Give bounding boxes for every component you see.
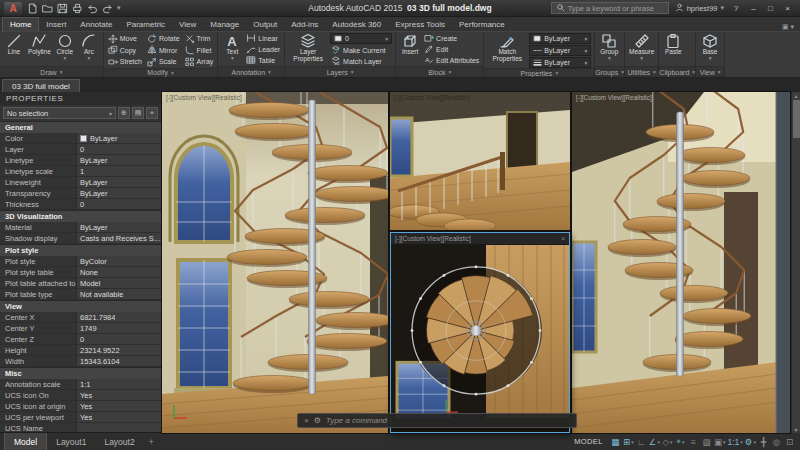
- property-value-lineweight[interactable]: ByLayer: [76, 177, 161, 187]
- ribbon-minimize-icon[interactable]: ▣ ▾: [782, 23, 798, 31]
- viewport-controls-label[interactable]: [-][Custom View][Realistic]: [576, 94, 652, 101]
- property-value-center-y[interactable]: 1749: [76, 323, 161, 333]
- button-leader[interactable]: Leader: [245, 44, 281, 54]
- tab-view[interactable]: View: [172, 17, 203, 31]
- panel-label-block[interactable]: Block▾: [396, 66, 483, 77]
- file-tab[interactable]: 03 3D full model: [2, 79, 80, 92]
- property-value-ucs-name[interactable]: [76, 423, 161, 432]
- button-rotate[interactable]: Rotate: [146, 33, 181, 45]
- button-circle[interactable]: Circle▾: [54, 33, 76, 62]
- property-value-material[interactable]: ByLayer: [76, 222, 161, 232]
- property-value-color[interactable]: ByLayer: [76, 133, 161, 143]
- redo-button[interactable]: [100, 2, 114, 15]
- close-button[interactable]: ×: [779, 2, 796, 15]
- tab-autodesk-360[interactable]: Autodesk 360: [325, 17, 388, 31]
- lineweight-display-icon[interactable]: ≡: [687, 435, 700, 449]
- viewport-middle[interactable]: [-][Custom View][Realistic]: [390, 92, 570, 230]
- tab-manage[interactable]: Manage: [203, 17, 246, 31]
- property-value-ucs-per-viewport[interactable]: Yes: [76, 412, 161, 422]
- button-move[interactable]: Move: [107, 33, 143, 45]
- selection-cycling-icon[interactable]: ▣▾: [713, 435, 727, 449]
- button-scale[interactable]: Scale: [146, 56, 181, 68]
- button-match-layer[interactable]: Match Layer: [330, 56, 392, 66]
- button-mirror[interactable]: Mirror: [146, 45, 181, 57]
- search-input[interactable]: Type a keyword or phrase: [551, 2, 669, 14]
- customize-command-line-icon[interactable]: ⚙: [314, 416, 321, 425]
- select-objects-icon[interactable]: ⌖: [146, 107, 158, 119]
- annotation-scale-button[interactable]: 1:1▾: [727, 435, 744, 449]
- new-file-button[interactable]: [25, 2, 39, 15]
- tab-output[interactable]: Output: [246, 17, 284, 31]
- quick-select-icon[interactable]: ▤: [132, 107, 144, 119]
- scroll-down-icon[interactable]: ▾: [794, 426, 797, 433]
- property-value-ucs-icon-at-origin[interactable]: Yes: [76, 401, 161, 411]
- panel-label-draw[interactable]: Draw▾: [0, 66, 103, 77]
- button-group[interactable]: Group▾: [598, 33, 620, 62]
- dropdown-linetype[interactable]: ByLayer▾: [529, 45, 591, 56]
- snap-mode-icon[interactable]: ⊞▾: [622, 435, 635, 449]
- section-general[interactable]: General: [0, 121, 161, 133]
- button-layer-properties[interactable]: Layer Properties: [288, 33, 328, 63]
- grid-icon[interactable]: ▦: [609, 435, 622, 449]
- polar-tracking-icon[interactable]: ∠▾: [648, 435, 661, 449]
- qat-dropdown-icon[interactable]: ▾: [117, 4, 121, 12]
- panel-label-properties[interactable]: Properties▾: [484, 68, 594, 77]
- viewport-controls-label[interactable]: [-][Custom View][Realistic]: [166, 94, 242, 101]
- property-value-layer[interactable]: 0: [76, 144, 161, 154]
- tab-parametric[interactable]: Parametric: [119, 17, 172, 31]
- viewport-right[interactable]: [-][Custom View][Realistic]: [572, 92, 790, 433]
- property-value-linetype[interactable]: ByLayer: [76, 155, 161, 165]
- isolate-objects-icon[interactable]: ◎: [770, 435, 783, 449]
- dropdown-lineweight[interactable]: ByLayer▾: [529, 57, 591, 68]
- property-value-plot-table-attached-to[interactable]: Model: [76, 278, 161, 288]
- save-file-button[interactable]: [55, 2, 69, 15]
- property-value-linetype-scale[interactable]: 1: [76, 166, 161, 176]
- toggle-value-icon[interactable]: ⊕: [118, 107, 130, 119]
- viewport-controls-label[interactable]: [-][Custom View][Realistic]: [395, 235, 471, 242]
- vertical-scrollbar[interactable]: ▴ ▾: [791, 92, 800, 433]
- button-text[interactable]: AText▾: [221, 33, 243, 62]
- property-value-plot-style[interactable]: ByColor: [76, 256, 161, 266]
- property-value-shadow-display[interactable]: Casts and Receives S...: [76, 233, 161, 243]
- open-file-button[interactable]: [40, 2, 54, 15]
- button-linear[interactable]: Linear: [245, 33, 281, 43]
- button-match-properties[interactable]: Match Properties: [487, 33, 527, 63]
- button-copy[interactable]: Copy: [107, 45, 143, 57]
- button-array[interactable]: Array: [184, 56, 215, 68]
- ortho-icon[interactable]: ∟: [635, 435, 648, 449]
- layout-tab-layout2[interactable]: Layout2: [95, 433, 143, 450]
- tab-express-tools[interactable]: Express Tools: [388, 17, 452, 31]
- panel-label-modify[interactable]: Modify▾: [104, 68, 218, 78]
- layout-tab-model[interactable]: Model: [4, 433, 47, 450]
- section-misc[interactable]: Misc: [0, 367, 161, 379]
- tab-annotate[interactable]: Annotate: [73, 17, 119, 31]
- button-edit[interactable]: Edit: [423, 44, 480, 54]
- isodraft-icon[interactable]: ◇▾: [661, 435, 674, 449]
- panel-label-view[interactable]: View▾: [696, 66, 724, 77]
- command-input[interactable]: Type a command: [326, 416, 570, 425]
- annotation-monitor-icon[interactable]: ╋: [757, 435, 770, 449]
- button-base[interactable]: Base▾: [699, 33, 721, 62]
- button-edit-attributes[interactable]: AEdit Attributes: [423, 55, 480, 65]
- section-view[interactable]: View: [0, 300, 161, 312]
- tab-performance[interactable]: Performance: [452, 17, 512, 31]
- section-plot-style[interactable]: Plot style: [0, 244, 161, 256]
- workspace-switching-icon[interactable]: ⚙▾: [744, 435, 757, 449]
- property-value-center-z[interactable]: 0: [76, 334, 161, 344]
- button-trim[interactable]: Trim: [184, 33, 215, 45]
- panel-label-clipboard[interactable]: Clipboard▾: [659, 66, 695, 77]
- scroll-up-icon[interactable]: ▴: [794, 92, 797, 99]
- panel-label-annotation[interactable]: Annotation▾: [218, 66, 284, 77]
- property-value-center-x[interactable]: 6821.7984: [76, 312, 161, 322]
- dropdown-object-color[interactable]: ByLayer▾: [529, 33, 591, 44]
- application-menu-button[interactable]: A: [4, 2, 22, 15]
- button-make-current[interactable]: Make Current: [330, 45, 392, 55]
- clean-screen-icon[interactable]: ⊡: [783, 435, 796, 449]
- dropdown-layer-select[interactable]: 0▾: [330, 33, 392, 44]
- button-paste[interactable]: Paste: [662, 33, 684, 56]
- button-fillet[interactable]: Fillet: [184, 45, 215, 57]
- help-button[interactable]: ?: [730, 4, 742, 13]
- object-snap-icon[interactable]: ⌖▾: [674, 435, 687, 449]
- button-table[interactable]: Table: [245, 55, 281, 65]
- maximize-button[interactable]: □: [762, 2, 779, 15]
